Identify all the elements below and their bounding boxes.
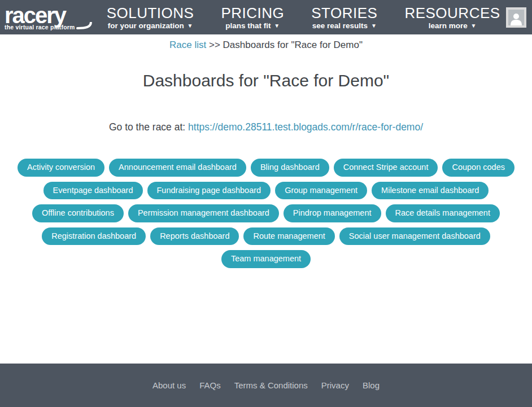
nav-item-pricing[interactable]: PRICINGplans that fit ▼: [221, 5, 284, 30]
race-url-link[interactable]: https://demo.28511.test.blogads.com/r/ra…: [188, 121, 423, 133]
breadcrumb-separator: >>: [209, 40, 220, 50]
activity-conversion-button[interactable]: Activity conversion: [18, 159, 104, 177]
milestone-email-dashboard-button[interactable]: Milestone email dashboard: [372, 182, 489, 200]
race-url-line: Go to the race at: https://demo.28511.te…: [0, 121, 532, 133]
racery-logo[interactable]: racery the virtual race platform: [5, 4, 92, 30]
chevron-down-icon: ▼: [371, 23, 377, 29]
nav-item-solutions[interactable]: SOLUTIONSfor your organization ▼: [107, 5, 194, 30]
nav-item-label: PRICING: [221, 5, 284, 21]
nav-item-label: STORIES: [311, 5, 377, 21]
breadcrumb: Race list >> Dashboards for "Race for De…: [0, 40, 532, 51]
nav-item-stories[interactable]: STORIESsee real results ▼: [311, 5, 377, 30]
pindrop-management-button[interactable]: Pindrop management: [284, 204, 381, 222]
dashboard-button-row: Offline contributionsPermission manageme…: [0, 204, 532, 222]
nav-item-label: SOLUTIONS: [107, 5, 194, 21]
dashboard-buttons: Activity conversionAnnouncement email da…: [0, 159, 532, 268]
dashboard-button-row: Activity conversionAnnouncement email da…: [0, 159, 532, 177]
social-user-management-dashboard-button[interactable]: Social user management dashboard: [339, 227, 490, 246]
footer: About usFAQsTerms & ConditionsPrivacyBlo…: [0, 364, 532, 407]
route-management-button[interactable]: Route management: [243, 227, 334, 246]
race-url-label: Go to the race at:: [109, 121, 185, 133]
nav-item-sublabel: plans that fit ▼: [221, 21, 284, 30]
permission-management-dashboard-button[interactable]: Permission management dashboard: [128, 204, 279, 222]
fundraising-page-dashboard-button[interactable]: Fundraising page dashboard: [147, 182, 271, 200]
footer-link-faqs[interactable]: FAQs: [199, 380, 221, 390]
footer-link-terms-conditions[interactable]: Terms & Conditions: [234, 380, 308, 390]
logo-tagline: the virtual race platform: [5, 24, 75, 30]
nav-item-sublabel: for your organization ▼: [107, 21, 194, 30]
connect-stripe-account-button[interactable]: Connect Stripe account: [334, 159, 438, 177]
announcement-email-dashboard-button[interactable]: Announcement email dashboard: [109, 159, 246, 177]
eventpage-dashboard-button[interactable]: Eventpage dashboard: [43, 182, 143, 200]
footer-link-blog[interactable]: Blog: [363, 380, 380, 390]
race-details-management-button[interactable]: Race details management: [386, 204, 500, 222]
chevron-down-icon: ▼: [187, 23, 193, 29]
reports-dashboard-button[interactable]: Reports dashboard: [150, 227, 239, 246]
nav-item-label: RESOURCES: [404, 5, 500, 21]
logo-swoosh-icon: [76, 22, 92, 30]
nav-item-sublabel: learn more ▼: [404, 21, 500, 30]
footer-link-privacy[interactable]: Privacy: [321, 380, 349, 390]
nav-item-resources[interactable]: RESOURCESlearn more ▼: [404, 5, 500, 30]
user-account-button[interactable]: [506, 7, 526, 28]
nav-menu: SOLUTIONSfor your organization ▼PRICINGp…: [107, 5, 500, 30]
offline-contributions-button[interactable]: Offline contributions: [32, 204, 124, 222]
nav-item-sublabel: see real results ▼: [311, 21, 377, 30]
group-management-button[interactable]: Group management: [275, 182, 367, 200]
registration-dashboard-button[interactable]: Registration dashboard: [42, 227, 146, 246]
coupon-codes-button[interactable]: Coupon codes: [442, 159, 514, 177]
chevron-down-icon: ▼: [470, 23, 476, 29]
dashboard-button-row: Team management: [0, 250, 532, 268]
team-management-button[interactable]: Team management: [221, 250, 311, 268]
footer-link-about-us[interactable]: About us: [152, 380, 186, 390]
top-navbar: racery the virtual race platform SOLUTIO…: [0, 0, 532, 34]
dashboard-button-row: Eventpage dashboardFundraising page dash…: [0, 182, 532, 200]
breadcrumb-current: Dashboards for "Race for Demo": [223, 40, 363, 50]
dashboard-button-row: Registration dashboardReports dashboardR…: [0, 227, 532, 246]
breadcrumb-race-list-link[interactable]: Race list: [169, 40, 206, 50]
bling-dashboard-button[interactable]: Bling dashboard: [251, 159, 329, 177]
chevron-down-icon: ▼: [274, 23, 280, 29]
page-title: Dashboards for "Race for Demo": [0, 71, 532, 90]
user-avatar-icon: [511, 12, 522, 25]
